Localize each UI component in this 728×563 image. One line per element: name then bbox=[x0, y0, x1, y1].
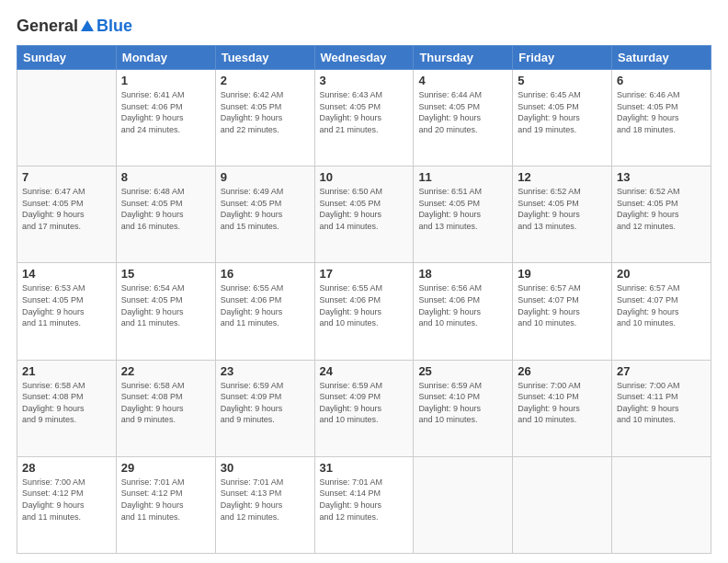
calendar-cell: 17Sunrise: 6:55 AMSunset: 4:06 PMDayligh… bbox=[314, 263, 414, 360]
day-number: 25 bbox=[418, 364, 507, 378]
calendar-cell: 5Sunrise: 6:45 AMSunset: 4:05 PMDaylight… bbox=[513, 70, 612, 167]
day-info: Sunrise: 6:58 AMSunset: 4:08 PMDaylight:… bbox=[22, 380, 111, 426]
calendar-week-row: 1Sunrise: 6:41 AMSunset: 4:06 PMDaylight… bbox=[17, 70, 711, 167]
day-number: 21 bbox=[22, 364, 111, 378]
logo-icon bbox=[79, 18, 96, 35]
day-number: 6 bbox=[617, 74, 706, 87]
day-number: 10 bbox=[320, 170, 409, 184]
day-number: 13 bbox=[617, 170, 706, 184]
calendar-cell: 14Sunrise: 6:53 AMSunset: 4:05 PMDayligh… bbox=[17, 263, 117, 360]
calendar-cell bbox=[414, 456, 513, 553]
day-info: Sunrise: 6:52 AMSunset: 4:05 PMDaylight:… bbox=[518, 186, 607, 232]
calendar-cell: 13Sunrise: 6:52 AMSunset: 4:05 PMDayligh… bbox=[612, 167, 711, 263]
calendar-table: SundayMondayTuesdayWednesdayThursdayFrid… bbox=[17, 45, 711, 554]
calendar-cell: 4Sunrise: 6:44 AMSunset: 4:05 PMDaylight… bbox=[414, 70, 513, 167]
day-info: Sunrise: 6:48 AMSunset: 4:05 PMDaylight:… bbox=[121, 186, 210, 232]
day-number: 14 bbox=[22, 267, 111, 281]
day-info: Sunrise: 6:56 AMSunset: 4:06 PMDaylight:… bbox=[418, 282, 507, 328]
calendar-cell: 31Sunrise: 7:01 AMSunset: 4:14 PMDayligh… bbox=[314, 456, 414, 553]
calendar-cell: 11Sunrise: 6:51 AMSunset: 4:05 PMDayligh… bbox=[414, 167, 513, 263]
weekday-header-wednesday: Wednesday bbox=[314, 46, 414, 70]
day-number: 20 bbox=[617, 267, 706, 281]
weekday-header-thursday: Thursday bbox=[414, 46, 513, 70]
day-number: 15 bbox=[121, 267, 210, 281]
day-info: Sunrise: 6:46 AMSunset: 4:05 PMDaylight:… bbox=[617, 89, 706, 135]
calendar-cell: 19Sunrise: 6:57 AMSunset: 4:07 PMDayligh… bbox=[513, 263, 612, 360]
calendar-cell: 29Sunrise: 7:01 AMSunset: 4:12 PMDayligh… bbox=[116, 456, 215, 553]
day-number: 16 bbox=[221, 267, 310, 281]
calendar-cell: 27Sunrise: 7:00 AMSunset: 4:11 PMDayligh… bbox=[612, 360, 711, 456]
day-number: 1 bbox=[121, 74, 210, 87]
calendar-cell: 8Sunrise: 6:48 AMSunset: 4:05 PMDaylight… bbox=[116, 167, 215, 263]
day-info: Sunrise: 6:44 AMSunset: 4:05 PMDaylight:… bbox=[418, 89, 507, 135]
day-number: 4 bbox=[418, 74, 507, 87]
day-info: Sunrise: 6:50 AMSunset: 4:05 PMDaylight:… bbox=[320, 186, 409, 232]
weekday-header-friday: Friday bbox=[513, 46, 612, 70]
day-info: Sunrise: 6:55 AMSunset: 4:06 PMDaylight:… bbox=[221, 282, 310, 328]
calendar-cell: 16Sunrise: 6:55 AMSunset: 4:06 PMDayligh… bbox=[215, 263, 314, 360]
day-number: 17 bbox=[320, 267, 409, 281]
day-info: Sunrise: 6:55 AMSunset: 4:06 PMDaylight:… bbox=[320, 282, 409, 328]
day-info: Sunrise: 6:42 AMSunset: 4:05 PMDaylight:… bbox=[221, 89, 310, 135]
day-number: 12 bbox=[518, 170, 607, 184]
weekday-header-saturday: Saturday bbox=[612, 46, 711, 70]
day-info: Sunrise: 6:57 AMSunset: 4:07 PMDaylight:… bbox=[518, 282, 607, 328]
calendar-week-row: 14Sunrise: 6:53 AMSunset: 4:05 PMDayligh… bbox=[17, 263, 711, 360]
page: General Blue SundayMondayTuesdayWednesda… bbox=[0, 0, 728, 563]
calendar-cell bbox=[17, 70, 117, 167]
day-info: Sunrise: 6:43 AMSunset: 4:05 PMDaylight:… bbox=[320, 89, 409, 135]
weekday-header-sunday: Sunday bbox=[17, 46, 117, 70]
calendar-cell: 28Sunrise: 7:00 AMSunset: 4:12 PMDayligh… bbox=[17, 456, 117, 553]
calendar-cell: 6Sunrise: 6:46 AMSunset: 4:05 PMDaylight… bbox=[612, 70, 711, 167]
calendar-cell: 24Sunrise: 6:59 AMSunset: 4:09 PMDayligh… bbox=[314, 360, 414, 456]
day-info: Sunrise: 6:59 AMSunset: 4:09 PMDaylight:… bbox=[221, 380, 310, 426]
day-number: 28 bbox=[22, 461, 111, 475]
day-number: 29 bbox=[121, 461, 210, 475]
day-number: 26 bbox=[518, 364, 607, 378]
day-info: Sunrise: 6:59 AMSunset: 4:10 PMDaylight:… bbox=[418, 380, 507, 426]
weekday-header-tuesday: Tuesday bbox=[215, 46, 314, 70]
day-number: 23 bbox=[221, 364, 310, 378]
header: General Blue bbox=[17, 17, 711, 36]
day-info: Sunrise: 7:01 AMSunset: 4:13 PMDaylight:… bbox=[221, 477, 310, 523]
calendar-cell: 7Sunrise: 6:47 AMSunset: 4:05 PMDaylight… bbox=[17, 167, 117, 263]
day-number: 11 bbox=[418, 170, 507, 184]
day-info: Sunrise: 7:01 AMSunset: 4:12 PMDaylight:… bbox=[121, 477, 210, 523]
day-number: 3 bbox=[320, 74, 409, 87]
day-info: Sunrise: 7:01 AMSunset: 4:14 PMDaylight:… bbox=[320, 477, 409, 523]
day-info: Sunrise: 6:59 AMSunset: 4:09 PMDaylight:… bbox=[320, 380, 409, 426]
weekday-header-monday: Monday bbox=[116, 46, 215, 70]
calendar-cell: 23Sunrise: 6:59 AMSunset: 4:09 PMDayligh… bbox=[215, 360, 314, 456]
calendar-cell: 20Sunrise: 6:57 AMSunset: 4:07 PMDayligh… bbox=[612, 263, 711, 360]
calendar-cell: 18Sunrise: 6:56 AMSunset: 4:06 PMDayligh… bbox=[414, 263, 513, 360]
calendar-cell: 3Sunrise: 6:43 AMSunset: 4:05 PMDaylight… bbox=[314, 70, 414, 167]
calendar-cell: 30Sunrise: 7:01 AMSunset: 4:13 PMDayligh… bbox=[215, 456, 314, 553]
day-info: Sunrise: 6:54 AMSunset: 4:05 PMDaylight:… bbox=[121, 282, 210, 328]
calendar-cell bbox=[513, 456, 612, 553]
day-info: Sunrise: 6:53 AMSunset: 4:05 PMDaylight:… bbox=[22, 282, 111, 328]
day-number: 30 bbox=[221, 461, 310, 475]
logo-general: General bbox=[17, 17, 78, 36]
calendar-cell: 9Sunrise: 6:49 AMSunset: 4:05 PMDaylight… bbox=[215, 167, 314, 263]
day-number: 18 bbox=[418, 267, 507, 281]
calendar-cell: 10Sunrise: 6:50 AMSunset: 4:05 PMDayligh… bbox=[314, 167, 414, 263]
calendar-week-row: 28Sunrise: 7:00 AMSunset: 4:12 PMDayligh… bbox=[17, 456, 711, 553]
day-info: Sunrise: 6:47 AMSunset: 4:05 PMDaylight:… bbox=[22, 186, 111, 232]
day-info: Sunrise: 6:57 AMSunset: 4:07 PMDaylight:… bbox=[617, 282, 706, 328]
day-info: Sunrise: 6:51 AMSunset: 4:05 PMDaylight:… bbox=[418, 186, 507, 232]
day-number: 19 bbox=[518, 267, 607, 281]
calendar-cell: 15Sunrise: 6:54 AMSunset: 4:05 PMDayligh… bbox=[116, 263, 215, 360]
calendar-cell: 22Sunrise: 6:58 AMSunset: 4:08 PMDayligh… bbox=[116, 360, 215, 456]
day-info: Sunrise: 6:49 AMSunset: 4:05 PMDaylight:… bbox=[221, 186, 310, 232]
day-number: 7 bbox=[22, 170, 111, 184]
day-number: 9 bbox=[221, 170, 310, 184]
day-number: 5 bbox=[518, 74, 607, 87]
logo: General Blue bbox=[17, 17, 132, 36]
day-number: 31 bbox=[320, 461, 409, 475]
weekday-header-row: SundayMondayTuesdayWednesdayThursdayFrid… bbox=[17, 46, 711, 70]
day-info: Sunrise: 7:00 AMSunset: 4:12 PMDaylight:… bbox=[22, 477, 111, 523]
calendar-week-row: 7Sunrise: 6:47 AMSunset: 4:05 PMDaylight… bbox=[17, 167, 711, 263]
day-info: Sunrise: 6:58 AMSunset: 4:08 PMDaylight:… bbox=[121, 380, 210, 426]
calendar-cell bbox=[612, 456, 711, 553]
day-info: Sunrise: 7:00 AMSunset: 4:11 PMDaylight:… bbox=[617, 380, 706, 426]
